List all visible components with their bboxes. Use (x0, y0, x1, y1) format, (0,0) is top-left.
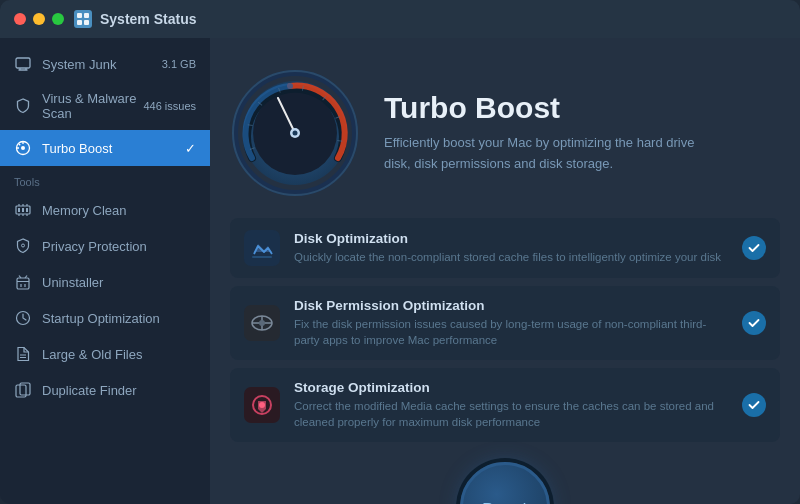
active-check-icon: ✓ (185, 141, 196, 156)
traffic-lights (14, 13, 64, 25)
svg-rect-1 (84, 13, 89, 18)
svg-rect-24 (17, 278, 29, 289)
monitor-icon (14, 55, 32, 73)
app-title-text: System Status (100, 11, 196, 27)
disk-permission-icon (244, 305, 280, 341)
files-icon (14, 345, 32, 363)
sidebar-item-turbo-boost[interactable]: Turbo Boost ✓ (0, 130, 210, 166)
startup-icon (14, 309, 32, 327)
tools-section-label: Tools (0, 166, 210, 192)
svg-point-9 (21, 146, 25, 150)
duplicate-finder-label: Duplicate Finder (42, 383, 196, 398)
app-title: System Status (74, 10, 196, 28)
feature-disk-permission: Disk Permission Optimization Fix the dis… (230, 286, 780, 360)
close-button[interactable] (14, 13, 26, 25)
disk-optimization-title: Disk Optimization (294, 231, 728, 246)
turbo-boost-icon (14, 139, 32, 157)
sidebar-item-duplicate-finder[interactable]: Duplicate Finder (0, 372, 210, 408)
svg-point-40 (293, 131, 298, 136)
sidebar-item-virus-malware[interactable]: Virus & Malware Scan 446 issues (0, 82, 210, 130)
disk-permission-desc: Fix the disk permission issues caused by… (294, 316, 728, 348)
hero-description: Efficiently boost your Mac by optimizing… (384, 133, 704, 175)
feature-disk-optimization: Disk Optimization Quickly locate the non… (230, 218, 780, 278)
svg-line-12 (19, 144, 20, 145)
disk-permission-text: Disk Permission Optimization Fix the dis… (294, 298, 728, 348)
content-area: Turbo Boost Efficiently boost your Mac b… (210, 38, 800, 504)
features-list: Disk Optimization Quickly locate the non… (210, 218, 800, 452)
storage-optimization-icon (244, 387, 280, 423)
feature-storage-optimization: Storage Optimization Correct the modifie… (230, 368, 780, 442)
disk-optimization-text: Disk Optimization Quickly locate the non… (294, 231, 728, 265)
svg-rect-16 (26, 208, 28, 212)
storage-optimization-check (742, 393, 766, 417)
sidebar-item-uninstaller[interactable]: Uninstaller (0, 264, 210, 300)
virus-malware-label: Virus & Malware Scan (42, 91, 143, 121)
privacy-protection-label: Privacy Protection (42, 239, 196, 254)
storage-optimization-text: Storage Optimization Correct the modifie… (294, 380, 728, 430)
memory-icon (14, 201, 32, 219)
hero-title: Turbo Boost (384, 91, 770, 125)
gauge-container (230, 68, 360, 198)
system-junk-badge: 3.1 GB (162, 58, 196, 70)
system-junk-label: System Junk (42, 57, 162, 72)
sidebar-item-large-old-files[interactable]: Large & Old Files (0, 336, 210, 372)
sidebar-item-memory-clean[interactable]: Memory Clean (0, 192, 210, 228)
startup-optimization-label: Startup Optimization (42, 311, 196, 326)
svg-point-23 (22, 244, 25, 247)
svg-rect-14 (18, 208, 20, 212)
svg-rect-0 (77, 13, 82, 18)
memory-clean-label: Memory Clean (42, 203, 196, 218)
sidebar-item-privacy-protection[interactable]: Privacy Protection (0, 228, 210, 264)
title-bar: System Status (0, 0, 800, 38)
svg-rect-3 (84, 20, 89, 25)
app-icon (74, 10, 92, 28)
virus-malware-badge: 446 issues (143, 100, 196, 112)
boost-button[interactable]: Boost (460, 462, 550, 504)
hero-section: Turbo Boost Efficiently boost your Mac b… (210, 38, 800, 218)
svg-rect-51 (252, 256, 272, 258)
boost-area: Boost (210, 452, 800, 504)
uninstaller-label: Uninstaller (42, 275, 196, 290)
storage-optimization-title: Storage Optimization (294, 380, 728, 395)
sidebar-item-startup-optimization[interactable]: Startup Optimization (0, 300, 210, 336)
main-layout: System Junk 3.1 GB Virus & Malware Scan … (0, 38, 800, 504)
duplicate-icon (14, 381, 32, 399)
privacy-icon (14, 237, 32, 255)
app-window: System Status System Junk 3.1 GB (0, 0, 800, 504)
svg-rect-4 (16, 58, 30, 68)
disk-optimization-icon (244, 230, 280, 266)
disk-optimization-check (742, 236, 766, 260)
disk-optimization-desc: Quickly locate the non-compliant stored … (294, 249, 728, 265)
large-old-files-label: Large & Old Files (42, 347, 196, 362)
svg-rect-2 (77, 20, 82, 25)
uninstaller-icon (14, 273, 32, 291)
svg-rect-15 (22, 208, 24, 212)
storage-optimization-desc: Correct the modified Media cache setting… (294, 398, 728, 430)
sidebar-item-system-junk[interactable]: System Junk 3.1 GB (0, 46, 210, 82)
sidebar: System Junk 3.1 GB Virus & Malware Scan … (0, 38, 210, 504)
hero-text: Turbo Boost Efficiently boost your Mac b… (384, 91, 770, 175)
turbo-boost-label: Turbo Boost (42, 141, 179, 156)
svg-point-56 (259, 320, 265, 326)
svg-point-59 (259, 402, 265, 408)
disk-permission-title: Disk Permission Optimization (294, 298, 728, 313)
maximize-button[interactable] (52, 13, 64, 25)
minimize-button[interactable] (33, 13, 45, 25)
shield-scan-icon (14, 97, 32, 115)
disk-permission-check (742, 311, 766, 335)
